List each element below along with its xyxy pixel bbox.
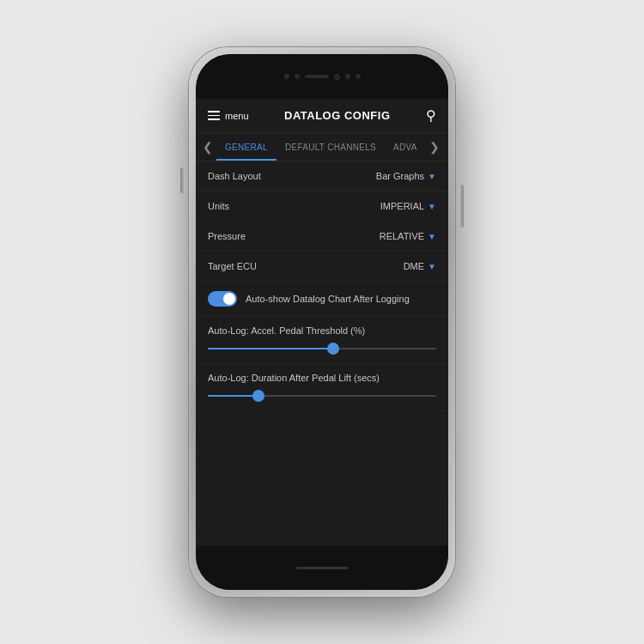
screen-content: menu DATALOG CONFIG ⚲ ❮ GENERAL DEFAULT …	[196, 99, 448, 545]
auto-show-toggle-row: Auto-show Datalog Chart After Logging	[196, 282, 448, 317]
dash-layout-row: Dash Layout Bar Graphs ▼	[196, 161, 448, 191]
header-left[interactable]: menu	[208, 111, 249, 121]
bottom-bezel	[196, 545, 448, 590]
dash-layout-value[interactable]: Bar Graphs ▼	[376, 171, 436, 181]
dot-3	[345, 74, 350, 79]
dot-2	[295, 74, 300, 79]
dash-layout-label: Dash Layout	[208, 171, 261, 181]
accel-pedal-label: Auto-Log: Accel. Pedal Threshold (%)	[208, 325, 436, 336]
front-camera	[334, 74, 340, 80]
app-header: menu DATALOG CONFIG ⚲	[196, 99, 448, 133]
units-dropdown-icon: ▼	[428, 202, 436, 211]
home-bar	[296, 567, 348, 569]
menu-label[interactable]: menu	[225, 111, 249, 121]
dot-1	[284, 74, 289, 79]
page-title: DATALOG CONFIG	[249, 109, 426, 122]
accel-pedal-row: Auto-Log: Accel. Pedal Threshold (%)	[196, 317, 448, 364]
target-ecu-value[interactable]: DME ▼	[404, 261, 436, 271]
toggle-thumb	[223, 293, 235, 305]
camera-area	[284, 74, 361, 80]
auto-show-toggle[interactable]	[208, 291, 237, 307]
accel-pedal-track	[208, 348, 436, 349]
tab-advanced[interactable]: ADVA	[385, 134, 426, 161]
target-ecu-dropdown-icon: ▼	[428, 262, 436, 271]
tab-right-arrow[interactable]: ❯	[426, 133, 443, 161]
duration-after-row: Auto-Log: Duration After Pedal Lift (sec…	[196, 364, 448, 411]
units-text: IMPERIAL	[380, 201, 424, 211]
tab-bar: ❮ GENERAL DEFAULT CHANNELS ADVA ❯	[196, 133, 448, 161]
dash-layout-text: Bar Graphs	[376, 171, 424, 181]
speaker	[305, 75, 329, 78]
duration-after-thumb[interactable]	[252, 390, 264, 402]
pressure-dropdown-icon: ▼	[428, 232, 436, 241]
pressure-row: Pressure RELATIVE ▼	[196, 222, 448, 252]
duration-after-fill	[208, 395, 258, 397]
pressure-value[interactable]: RELATIVE ▼	[380, 231, 436, 241]
hamburger-icon	[208, 111, 220, 120]
accel-pedal-fill	[208, 348, 333, 349]
target-ecu-label: Target ECU	[208, 261, 257, 271]
accel-pedal-slider[interactable]	[208, 343, 436, 355]
tab-default-channels[interactable]: DEFAULT CHANNELS	[276, 134, 385, 161]
tab-left-arrow[interactable]: ❮	[199, 133, 216, 161]
units-label: Units	[208, 201, 229, 211]
settings-content: Dash Layout Bar Graphs ▼ Units IMPERIAL …	[196, 161, 448, 545]
phone-frame: menu DATALOG CONFIG ⚲ ❮ GENERAL DEFAULT …	[189, 47, 455, 597]
duration-after-slider[interactable]	[208, 390, 436, 402]
accel-pedal-thumb[interactable]	[327, 343, 339, 355]
duration-after-track	[208, 395, 436, 397]
phone-screen: menu DATALOG CONFIG ⚲ ❮ GENERAL DEFAULT …	[196, 54, 448, 590]
search-icon[interactable]: ⚲	[426, 107, 436, 124]
top-bezel	[196, 54, 448, 99]
dash-layout-dropdown-icon: ▼	[428, 172, 436, 181]
dot-4	[355, 74, 361, 79]
auto-show-label: Auto-show Datalog Chart After Logging	[246, 294, 410, 304]
pressure-label: Pressure	[208, 231, 246, 241]
tab-general[interactable]: GENERAL	[216, 134, 276, 161]
power-button	[460, 185, 464, 228]
volume-button	[180, 167, 184, 193]
units-value[interactable]: IMPERIAL ▼	[380, 201, 436, 211]
pressure-text: RELATIVE	[380, 231, 424, 241]
units-row: Units IMPERIAL ▼	[196, 191, 448, 222]
target-ecu-text: DME	[404, 261, 424, 271]
target-ecu-row: Target ECU DME ▼	[196, 252, 448, 282]
duration-after-label: Auto-Log: Duration After Pedal Lift (sec…	[208, 373, 436, 383]
